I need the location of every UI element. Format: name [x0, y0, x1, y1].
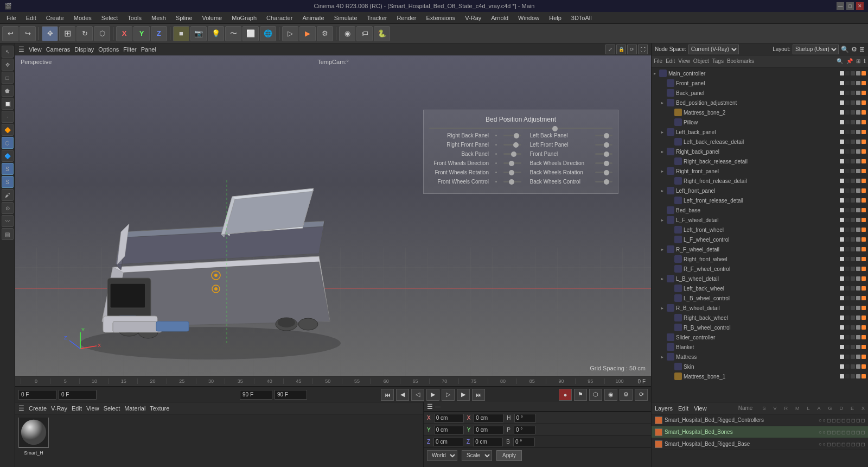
transform-mode-select[interactable]: Scale [462, 450, 492, 461]
mat-select-menu[interactable]: Select [104, 405, 120, 412]
layer-item[interactable]: Smart_Hospital_Bed_Rigged_Base○○◻◻◻◻◻◻◻◻ [652, 438, 868, 450]
tree-item[interactable]: R_F_wheel_control [652, 264, 868, 274]
tree-item[interactable]: Front_panel [652, 78, 868, 88]
viewport-shading-button[interactable]: ◉ [339, 26, 355, 41]
layer-toggle-icon[interactable]: ○ [823, 418, 826, 423]
settings-icon-right[interactable]: ⚙ [851, 46, 857, 53]
tree-item[interactable]: R_B_wheel_control [652, 323, 868, 332]
x-position-input[interactable] [434, 414, 464, 422]
motion-system-button[interactable]: ⬡ [589, 389, 602, 401]
layer-toggle-icon[interactable]: ◻ [837, 430, 840, 435]
menu-item-edit[interactable]: Edit [22, 14, 41, 22]
tree-item[interactable]: ▸R_F_wheel_detail [652, 244, 868, 254]
tree-item[interactable]: Skin [652, 362, 868, 371]
rt-search-icon[interactable]: 🔍 [837, 58, 843, 64]
p-input[interactable] [514, 426, 535, 434]
tree-item[interactable]: ▸R_B_wheel_detail [652, 303, 868, 313]
layer-toggle-icon[interactable]: ○ [819, 441, 821, 447]
current-frame-input[interactable] [59, 390, 97, 400]
camera-button[interactable]: 📷 [190, 26, 207, 41]
render-settings-button[interactable]: ⚙ [317, 26, 333, 41]
layer-toggle-icon[interactable]: ◻ [837, 418, 840, 423]
x-size-input[interactable] [474, 414, 503, 422]
go-to-end-button[interactable]: ⏭ [472, 389, 485, 401]
y-position-input[interactable] [434, 426, 464, 434]
layer-toggle-icon[interactable]: ◻ [856, 441, 860, 447]
floor-button[interactable]: ⬜ [242, 26, 259, 41]
front-wheels-dir-slider[interactable] [503, 162, 521, 164]
tree-item[interactable]: Right_front_release_detail [652, 176, 868, 186]
menu-item-select[interactable]: Select [97, 14, 123, 22]
python-button[interactable]: 🐍 [374, 26, 390, 41]
close-button[interactable]: ✕ [856, 2, 864, 10]
playback-settings-button[interactable]: ⚙ [620, 389, 633, 401]
tree-item[interactable]: Left_front_release_detail [652, 195, 868, 205]
undo-button[interactable]: ↩ [2, 26, 18, 41]
layer-toggle-icon[interactable]: ○ [823, 430, 826, 435]
menu-item-arnold[interactable]: Arnold [487, 14, 513, 22]
viewport-3d[interactable]: X Y Z Bed Position Adjustment Right Back… [15, 55, 651, 376]
tree-item[interactable]: Pillow [652, 117, 868, 127]
menu-item-3dtoall[interactable]: 3DToAll [567, 14, 596, 22]
viewport-options-menu[interactable]: Options [98, 46, 119, 53]
tree-item[interactable]: Mattress_bone_1 [652, 371, 868, 381]
layer-toggle-icon[interactable]: ○ [819, 430, 821, 435]
rt-edit-menu[interactable]: Edit [666, 58, 675, 64]
prev-key-button[interactable]: ◁ [411, 389, 424, 401]
tree-item[interactable]: ▸Right_back_panel [652, 147, 868, 156]
tree-item[interactable]: ▸Left_back_panel [652, 127, 868, 137]
layer-toggle-icon[interactable]: ◻ [846, 441, 850, 447]
selection-tool[interactable]: ↖ [2, 46, 14, 58]
layer-toggle-icon[interactable]: ◻ [851, 430, 855, 435]
max-frame-input[interactable] [275, 390, 307, 400]
layer-item[interactable]: Smart_Hospital_Bed_Rigged_Controllers○○◻… [652, 414, 868, 426]
z-position-input[interactable] [433, 438, 463, 446]
tree-item[interactable]: ▸Left_front_panel [652, 186, 868, 195]
layer-toggle-icon[interactable]: ◻ [832, 418, 835, 423]
tree-item[interactable]: Mattress_bone_2 [652, 108, 868, 117]
front-panel-slider[interactable] [595, 153, 613, 155]
tree-item[interactable]: Right_back_wheel [652, 313, 868, 323]
back-wheels-dir-slider[interactable] [595, 162, 613, 164]
paint-tool[interactable]: 🖌 [2, 189, 14, 201]
maximize-button[interactable]: □ [846, 2, 854, 10]
nurbs-mode[interactable]: 🔶 [2, 124, 14, 136]
layer-toggle-icon[interactable]: ◻ [851, 441, 855, 447]
back-wheels-ctrl-slider[interactable] [595, 181, 613, 182]
end-frame-input[interactable] [240, 390, 272, 400]
menu-item-help[interactable]: Help [545, 14, 566, 22]
z-size-input[interactable] [473, 438, 503, 446]
render-view-button[interactable]: ▷ [282, 26, 298, 41]
viewport-filter-menu[interactable]: Filter [123, 46, 136, 53]
deformer-mode[interactable]: 🔷 [2, 150, 14, 162]
menu-item-simulate[interactable]: Simulate [330, 14, 362, 22]
rotate-tool-button[interactable]: ↻ [76, 26, 93, 41]
bed-position-slider[interactable] [429, 128, 612, 129]
left-front-slider[interactable] [595, 144, 613, 146]
layers-view-menu[interactable]: View [694, 405, 707, 412]
tree-item[interactable]: ▸Right_front_panel [652, 166, 868, 176]
material-thumbnail[interactable]: Smart_H [18, 418, 49, 457]
tree-item[interactable]: ▸Mattress [652, 352, 868, 362]
node-space-select[interactable]: Current (V-Ray) [688, 45, 739, 54]
tree-item[interactable]: ▸Main_controller [652, 68, 868, 78]
polygon-mode[interactable]: ⬟ [2, 85, 14, 97]
mat-texture-menu[interactable]: Texture [150, 405, 169, 412]
layer-tool[interactable]: ▤ [2, 228, 14, 240]
back-wheels-rot-slider[interactable] [595, 172, 613, 173]
spline-draw-2[interactable]: S [2, 176, 14, 188]
rt-view-menu[interactable]: View [678, 58, 690, 64]
auto-key-button[interactable]: ⚑ [574, 389, 587, 401]
menu-item-volume[interactable]: Volume [198, 14, 227, 22]
viewport-expand-button[interactable]: ⤢ [605, 45, 615, 54]
viewport-display-menu[interactable]: Display [74, 46, 94, 53]
layer-toggle-icon[interactable]: ◻ [832, 441, 835, 447]
menu-item-render[interactable]: Render [392, 14, 420, 22]
layer-toggle-icon[interactable]: ◻ [827, 441, 831, 447]
mat-material-menu[interactable]: Material [124, 405, 145, 412]
capsule-button[interactable]: ◉ [604, 389, 617, 401]
start-frame-input[interactable] [18, 390, 56, 400]
menu-item-file[interactable]: File [2, 14, 21, 22]
prev-frame-button[interactable]: ◀ [396, 389, 409, 401]
mat-vray-menu[interactable]: V-Ray [51, 405, 67, 412]
